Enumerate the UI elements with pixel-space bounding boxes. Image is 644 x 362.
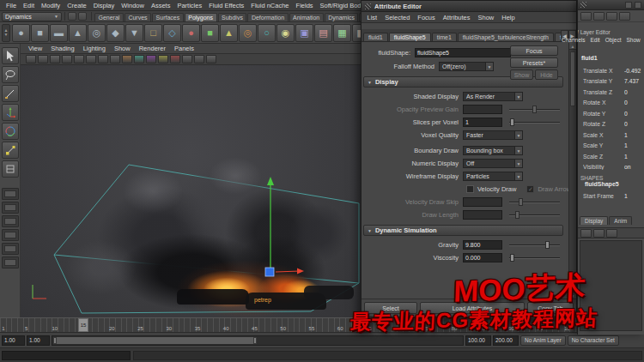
anim-layer-button[interactable]: No Anim Layer [520, 335, 566, 346]
channel-box-menu-object[interactable]: Object [603, 37, 624, 46]
menu-display[interactable]: Display [90, 2, 118, 9]
viewport-menu-renderer[interactable]: Renderer [135, 45, 170, 52]
presets-button[interactable]: Presets* [510, 57, 558, 68]
velocity-draw-skip-field[interactable] [463, 197, 502, 207]
gravity-field[interactable]: 9.800 [463, 240, 502, 250]
layer-toolbar-icon[interactable] [580, 229, 592, 238]
opacity-preview-gain-field[interactable] [463, 105, 502, 114]
node-name-field[interactable]: fluidShape5 [415, 48, 511, 57]
slices-per-voxel-slider[interactable] [509, 118, 560, 127]
viewport-toolbar-icon-8[interactable] [110, 55, 120, 63]
anim-end-field[interactable]: 200.00 [493, 335, 519, 346]
shelf-icon-2[interactable]: ■ [31, 24, 49, 42]
layer-tab-display[interactable]: Display [580, 216, 608, 225]
layout-persp-outliner-button[interactable] [2, 215, 19, 227]
channel-box-node-name[interactable]: fluid1 [578, 55, 644, 65]
select-tool[interactable] [2, 47, 19, 64]
channel-value[interactable]: 1 [624, 132, 643, 138]
panel-button-icon[interactable] [625, 2, 632, 9]
hide-button[interactable]: Hide [535, 69, 558, 80]
layout-hypershade-button[interactable] [2, 256, 19, 268]
attribute-tab-time1[interactable]: time1 [432, 33, 457, 41]
shelf-icon-7[interactable]: ▼ [125, 24, 143, 42]
menu-modify[interactable]: Modify [38, 2, 64, 9]
viewport-menu-panels[interactable]: Panels [170, 45, 198, 52]
dynamic-simulation-section-header[interactable]: ▼ Dynamic Simulation [363, 225, 563, 236]
falloff-method-dropdown[interactable]: Off(zero) ▼ [439, 62, 494, 71]
menu-edit[interactable]: Edit [20, 2, 38, 9]
menu-assets[interactable]: Assets [148, 2, 174, 9]
layout-four-pane-button[interactable] [2, 202, 19, 214]
status-line-icon[interactable] [78, 12, 87, 21]
shelf-icon-13[interactable]: ◎ [239, 24, 257, 42]
shelf-icon-9[interactable]: ◇ [163, 24, 181, 42]
channel-box-toolbar-icon[interactable] [606, 12, 617, 21]
channel-box-toolbar-icon[interactable] [593, 12, 605, 21]
shelf-tab-animation[interactable]: Animation [289, 13, 324, 21]
focus-button[interactable]: Focus [510, 45, 558, 56]
draw-arrowheads-checkbox[interactable]: ✓ [526, 185, 534, 193]
scrollbar-thumb[interactable] [570, 51, 575, 106]
shelf-icon-11[interactable]: ■ [201, 24, 219, 42]
channel-value[interactable]: 0 [624, 89, 643, 95]
layer-tab-anim[interactable]: Anim [609, 216, 632, 225]
show-button[interactable]: Show [510, 69, 533, 80]
channel-value[interactable]: 1 [624, 193, 643, 199]
last-tool[interactable] [2, 160, 19, 178]
shelf-icon-1[interactable]: ● [12, 24, 30, 42]
lasso-tool[interactable] [2, 66, 19, 83]
attribute-editor-scrollbar[interactable]: ▲ ▼ [568, 43, 576, 299]
channel-value[interactable]: 1 [624, 142, 643, 148]
draw-length-field[interactable] [463, 210, 502, 220]
viewport-toolbar-icon-10[interactable] [134, 55, 144, 63]
menu-fields[interactable]: Fields [293, 2, 317, 9]
shelf-icon-14[interactable]: ○ [258, 24, 276, 42]
channel-value[interactable]: 7.437 [624, 78, 643, 84]
channel-box-menu-edit[interactable]: Edit [587, 37, 602, 46]
menu-file[interactable]: File [3, 2, 20, 9]
viewport-menu-lighting[interactable]: Lighting [79, 45, 110, 52]
slices-per-voxel-field[interactable]: 1 [463, 118, 502, 127]
layer-toolbar-icon[interactable] [593, 229, 605, 238]
opacity-preview-gain-slider[interactable] [509, 105, 560, 114]
viewport-toolbar-icon-11[interactable] [146, 55, 156, 63]
shelf-icon-5[interactable]: ◎ [88, 24, 106, 42]
boundary-draw-dropdown[interactable]: Bounding box ▼ [463, 146, 523, 155]
playback-end-field[interactable]: 100.00 [465, 335, 491, 346]
panel-button-icon[interactable] [635, 2, 641, 9]
scale-tool[interactable] [2, 142, 19, 159]
viewport-toolbar-icon-4[interactable] [62, 55, 72, 63]
velocity-draw-skip-slider[interactable] [509, 197, 560, 207]
panel-grip-icon[interactable] [365, 3, 371, 9]
status-line-icon[interactable] [68, 12, 76, 21]
move-tool[interactable] [2, 104, 19, 121]
shelf-tab-deformation[interactable]: Deformation [247, 13, 288, 21]
viewport-toolbar-icon-5[interactable] [74, 55, 84, 63]
channel-box-titlebar[interactable] [578, 0, 644, 10]
layout-persp-graph-button[interactable] [2, 243, 19, 255]
numeric-display-dropdown[interactable]: Off ▼ [463, 159, 523, 168]
channel-box-menu-show[interactable]: Show [623, 37, 642, 46]
shelf-icon-3[interactable]: ▬ [50, 24, 68, 42]
attribute-editor-menu-attributes[interactable]: Attributes [439, 14, 474, 21]
voxel-quality-dropdown[interactable]: Faster ▼ [463, 130, 523, 140]
attribute-editor-menu-list[interactable]: List [363, 14, 381, 21]
shelf-icon-12[interactable]: ▲ [220, 24, 238, 42]
menu-window[interactable]: Window [118, 2, 148, 9]
viewport-menu-view[interactable]: View [24, 45, 46, 52]
menu-create[interactable]: Create [64, 2, 90, 9]
character-set-button[interactable]: No Character Set [568, 335, 619, 346]
shape-node-name[interactable]: fluidShape5 [578, 181, 644, 190]
channel-value[interactable]: -0.492 [624, 68, 643, 74]
menu-particles[interactable]: Particles [173, 2, 205, 9]
channel-box-toolbar-icon[interactable] [580, 12, 592, 21]
shelf-icon-17[interactable]: ▤ [314, 24, 332, 42]
shelf-tab-surfaces[interactable]: Surfaces [152, 13, 184, 21]
viewport-toolbar-icon-1[interactable] [26, 55, 36, 63]
attribute-tab-fluidshape5[interactable]: fluidShape5 [389, 33, 431, 41]
viewport-toolbar-icon-13[interactable] [170, 55, 180, 63]
range-slider[interactable] [52, 335, 464, 346]
shelf-icon-16[interactable]: ▣ [295, 24, 313, 42]
range-start-handle[interactable] [53, 337, 57, 344]
attribute-editor-menu-help[interactable]: Help [498, 14, 519, 21]
